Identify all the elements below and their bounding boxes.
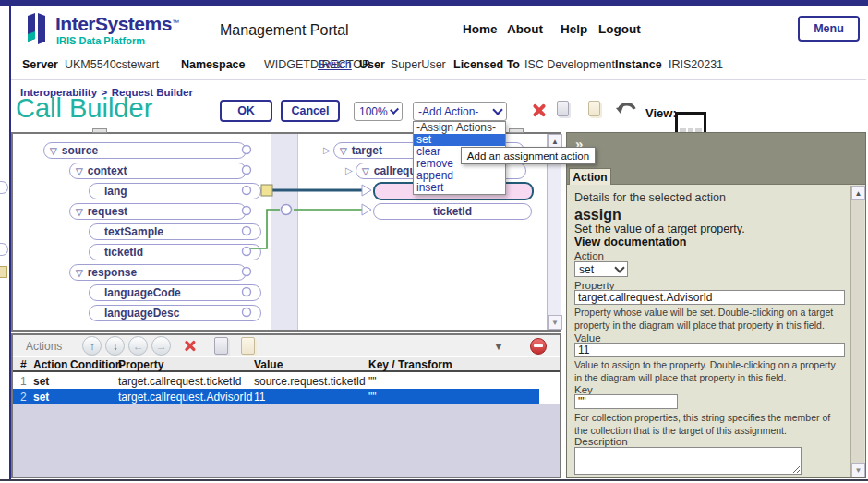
details-intro: Details for the selected action bbox=[574, 191, 726, 204]
brand-subtitle: IRIS Data Platform bbox=[56, 35, 145, 46]
page-title: Call Builder bbox=[16, 93, 152, 124]
description-textarea[interactable] bbox=[574, 447, 802, 475]
left-edge-fragment bbox=[0, 266, 7, 278]
filter-icon[interactable]: ▼ bbox=[493, 340, 504, 353]
server-label: Server bbox=[22, 58, 58, 71]
key-help: For collection properties, this string s… bbox=[574, 412, 844, 437]
move-left-button[interactable]: ← bbox=[128, 336, 148, 356]
scroll-down-icon[interactable]: ▼ bbox=[851, 463, 865, 477]
menu-item-insert[interactable]: insert bbox=[414, 182, 505, 194]
details-panel-header: » bbox=[567, 133, 865, 185]
actions-toolbar: Actions ↑ ↓ ← → ▼ bbox=[13, 335, 560, 356]
namespace-label: Namespace bbox=[181, 58, 246, 71]
actions-title: Actions bbox=[26, 340, 62, 353]
tooltip: Add an assignment action bbox=[461, 147, 596, 164]
col-action: Action bbox=[33, 358, 70, 371]
description-field-label: Description bbox=[574, 436, 628, 447]
window-top-bar bbox=[0, 0, 868, 6]
arrow-down-icon: ↓ bbox=[113, 340, 118, 353]
ok-button[interactable]: OK bbox=[220, 100, 272, 122]
licensed-value: ISC Development bbox=[524, 58, 615, 71]
portal-title: Management Portal bbox=[220, 22, 349, 39]
left-edge-fragment bbox=[0, 181, 8, 194]
paste-icon[interactable] bbox=[588, 101, 600, 116]
intersystems-logo-icon bbox=[24, 12, 50, 51]
view-documentation-link[interactable]: View documentation bbox=[574, 235, 686, 248]
move-down-button[interactable]: ↓ bbox=[105, 336, 125, 356]
chevron-down-icon bbox=[492, 104, 502, 115]
view-label: View: bbox=[645, 106, 677, 120]
arrow-up-icon: ↑ bbox=[90, 340, 95, 353]
property-help: Property whose value will be set. Double… bbox=[574, 307, 844, 332]
divider bbox=[11, 79, 866, 80]
col-num: # bbox=[20, 358, 33, 371]
chevron-down-icon bbox=[614, 262, 624, 272]
licensed-label: Licensed To bbox=[453, 58, 520, 71]
table-row-selected[interactable]: 2 set target.callrequest.AdvisorId 11 "" bbox=[13, 389, 539, 405]
table-row[interactable]: 1 set target.callrequest.ticketId source… bbox=[13, 373, 539, 389]
arrow-right-icon: → bbox=[156, 340, 167, 353]
cancel-button[interactable]: Cancel bbox=[281, 100, 340, 122]
nav-logout[interactable]: Logout bbox=[598, 22, 641, 36]
col-value: Value bbox=[254, 358, 368, 371]
user-value: SuperUser bbox=[391, 58, 446, 71]
delete-icon[interactable] bbox=[531, 103, 547, 118]
details-scrollbar[interactable]: ▲ ▼ bbox=[850, 186, 864, 477]
switch-link[interactable]: Switch bbox=[318, 58, 352, 71]
copy-icon[interactable] bbox=[557, 101, 569, 116]
server-value: UKM5540cstewart bbox=[65, 58, 159, 71]
action-name: assign bbox=[574, 207, 621, 223]
property-input[interactable] bbox=[574, 290, 845, 305]
move-right-button[interactable]: → bbox=[151, 336, 171, 356]
add-action-select[interactable]: -Add Action- bbox=[413, 102, 507, 121]
action-field-label: Action bbox=[574, 250, 604, 261]
action-select[interactable]: set bbox=[574, 261, 628, 277]
tab-action[interactable]: Action bbox=[569, 168, 611, 185]
brand-name: InterSystems™ bbox=[55, 13, 179, 35]
zoom-select[interactable]: 100% bbox=[354, 102, 403, 121]
undo-icon[interactable] bbox=[615, 100, 637, 122]
col-condition: Condition bbox=[70, 358, 118, 371]
value-help: Value to assign to the property. Double-… bbox=[574, 359, 844, 384]
menu-button[interactable]: Menu bbox=[798, 16, 860, 42]
nav-about[interactable]: About bbox=[507, 22, 543, 36]
copy-action-icon[interactable] bbox=[214, 337, 228, 355]
arrow-left-icon: ← bbox=[133, 340, 144, 353]
value-input[interactable] bbox=[574, 343, 845, 357]
paste-action-icon[interactable] bbox=[241, 337, 255, 355]
nav-help[interactable]: Help bbox=[561, 22, 587, 36]
actions-table-header: # Action Condition Property Value Key / … bbox=[13, 357, 560, 372]
move-up-button[interactable]: ↑ bbox=[82, 336, 102, 356]
user-label: User bbox=[359, 58, 385, 71]
delete-action-icon[interactable] bbox=[184, 339, 197, 352]
nav-home[interactable]: Home bbox=[463, 22, 498, 36]
bottom-border bbox=[0, 479, 868, 481]
remove-all-icon[interactable] bbox=[530, 338, 547, 355]
instance-label: Instance bbox=[615, 58, 662, 71]
management-portal-window: InterSystems™ IRIS Data Platform Managem… bbox=[0, 0, 868, 483]
key-input[interactable] bbox=[574, 394, 678, 409]
left-edge-fragment bbox=[0, 243, 8, 256]
col-property: Property bbox=[118, 358, 254, 371]
chevron-down-icon bbox=[390, 105, 399, 115]
col-key-transform: Key / Transform bbox=[368, 358, 560, 371]
action-description: Set the value of a target property. bbox=[574, 223, 745, 235]
instance-value: IRIS20231 bbox=[669, 58, 723, 71]
tab-baseline bbox=[567, 184, 865, 185]
scroll-up-icon[interactable]: ▲ bbox=[851, 186, 865, 200]
table-empty-area bbox=[13, 404, 560, 477]
